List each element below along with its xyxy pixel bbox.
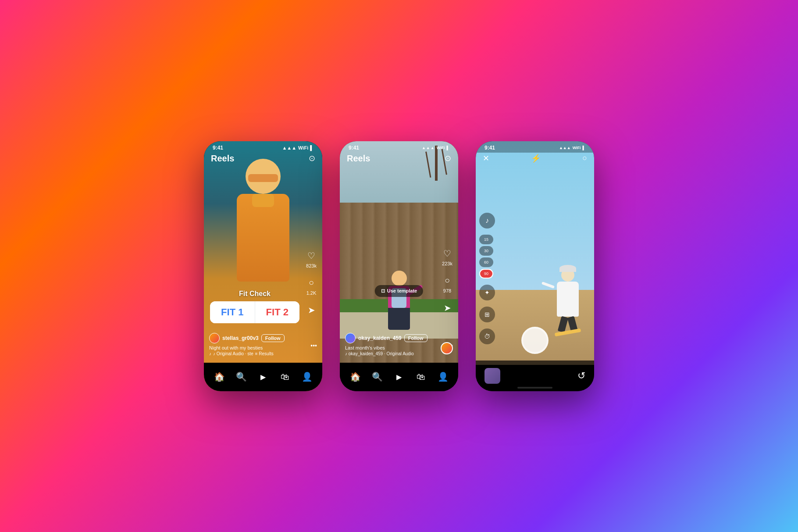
timer-tool[interactable]: ⏱ xyxy=(479,328,495,344)
bottom-nav: 🏠 🔍 ▶ 🛍 👤 xyxy=(340,363,458,391)
follow-button[interactable]: Follow xyxy=(261,334,285,342)
nav-shop[interactable]: 🛍 xyxy=(277,369,293,385)
phone1-person xyxy=(237,159,289,282)
like-button[interactable]: ♡ 223k xyxy=(441,247,454,266)
bottom-camera-bar: ↺ xyxy=(476,361,594,391)
fit-check-overlay: Fit Check FIT 1 FIT 2 xyxy=(210,290,299,323)
user-avatar xyxy=(209,333,220,343)
status-bar: 9:41 ▲▲▲ WiFi ▌ xyxy=(204,141,322,153)
music-icon: ♪ xyxy=(209,351,211,356)
flash-icon[interactable]: ⚡ xyxy=(531,154,541,163)
username: stellas_gr00v3 xyxy=(222,335,259,341)
jumper-head xyxy=(392,271,407,286)
audio-row: ♪ okay_kaiden_459 · Original Audio xyxy=(345,351,436,356)
wifi-icon: WiFi xyxy=(437,146,445,150)
likes-count: 823k xyxy=(306,263,317,268)
camera-icon[interactable]: ⊙ xyxy=(445,154,451,163)
audio-text: ♪ Original Audio · ste xyxy=(213,351,253,356)
duration-30[interactable]: 30 xyxy=(479,246,493,256)
person-head xyxy=(246,159,281,194)
circle-icon[interactable]: ○ xyxy=(582,154,587,163)
comments-count: 1.2K xyxy=(306,290,317,296)
send-icon: ➤ xyxy=(441,301,454,314)
collar xyxy=(252,194,274,207)
nav-reels[interactable]: ▶ xyxy=(391,369,407,385)
wifi-icon: WiFi xyxy=(573,146,581,150)
like-button[interactable]: ♡ 823k xyxy=(305,249,318,268)
gallery-thumbnail[interactable] xyxy=(484,368,500,384)
phone-1: 9:41 ▲▲▲ WiFi ▌ Reels ⊙ ♡ 823k ○ 1.2K ➤ xyxy=(204,141,322,391)
status-icons: ▲▲▲ WiFi ▌ xyxy=(559,146,585,150)
status-icons: ▲▲▲ WiFi ▌ xyxy=(422,146,449,150)
use-template-button[interactable]: ⊡ Use template xyxy=(375,285,423,297)
fit-check-title: Fit Check xyxy=(210,290,299,298)
more-dots[interactable]: ••• xyxy=(310,342,317,349)
right-action-icons: ♡ 823k ○ 1.2K ➤ xyxy=(305,249,318,317)
use-template-label: Use template xyxy=(387,288,417,293)
glasses xyxy=(248,174,278,182)
likes-count: 223k xyxy=(442,261,452,266)
comment-button[interactable]: ○ 1.2K xyxy=(305,276,318,296)
send-icon: ➤ xyxy=(305,303,318,317)
fit1-button[interactable]: FIT 1 xyxy=(210,301,255,323)
person-body xyxy=(237,194,289,282)
nav-search[interactable]: 🔍 xyxy=(233,369,249,385)
nav-reels[interactable]: ▶ xyxy=(255,369,271,385)
audio-text: ♪ okay_kaiden_459 · Original Audio xyxy=(345,351,414,356)
duration-options: 15 30 60 90 xyxy=(479,235,495,278)
nav-home[interactable]: 🏠 xyxy=(347,369,363,385)
camera-icon[interactable]: ⊙ xyxy=(309,154,315,163)
heart-icon: ♡ xyxy=(441,247,454,260)
battery-icon: ▌ xyxy=(447,146,449,150)
share-button[interactable]: ➤ xyxy=(441,301,454,314)
battery-icon: ▌ xyxy=(310,145,314,150)
fit2-button[interactable]: FIT 2 xyxy=(255,301,300,323)
skater-head xyxy=(561,268,574,282)
comments-count: 978 xyxy=(443,288,451,293)
nav-profile[interactable]: 👤 xyxy=(299,369,315,385)
reels-header: Reels ⊙ xyxy=(204,154,322,164)
capture-button[interactable] xyxy=(521,327,549,354)
duration-15[interactable]: 15 xyxy=(479,235,493,244)
nav-search[interactable]: 🔍 xyxy=(369,369,385,385)
music-tool[interactable]: ♪ xyxy=(479,213,495,229)
reels-title: Reels xyxy=(347,154,370,164)
username: okay_kaiden_459 xyxy=(358,335,402,341)
signal-icon: ▲▲▲ xyxy=(282,145,296,150)
comment-icon: ○ xyxy=(441,274,454,287)
signal-icon: ▲▲▲ xyxy=(559,146,571,150)
left-toolbar: ♪ 15 30 60 90 ✦ ⊞ ⏱ xyxy=(479,213,495,344)
follow-button[interactable]: Follow xyxy=(404,334,428,342)
nav-shop[interactable]: 🛍 xyxy=(413,369,429,385)
skater-body xyxy=(550,268,585,334)
user-row: stellas_gr00v3 Follow xyxy=(209,333,300,343)
share-button[interactable]: ➤ xyxy=(305,303,318,317)
hat xyxy=(559,265,576,272)
grid-tool[interactable]: ⊞ xyxy=(479,307,495,322)
duration-90[interactable]: 90 xyxy=(479,269,493,278)
reels-title: Reels xyxy=(211,154,234,164)
pants xyxy=(388,308,410,330)
nav-profile[interactable]: 👤 xyxy=(435,369,451,385)
status-icons: ▲▲▲ WiFi ▌ xyxy=(282,145,314,150)
status-time: 9:41 xyxy=(213,145,223,151)
user-info: stellas_gr00v3 Follow Night out with my … xyxy=(209,333,300,356)
status-bar: 9:41 ▲▲▲ WiFi ▌ xyxy=(476,141,594,153)
phone-3: 9:41 ▲▲▲ WiFi ▌ ✕ ⚡ ○ ♪ 15 30 60 90 xyxy=(476,141,594,391)
phone-2: 9:41 ▲▲▲ WiFi ▌ Reels ⊙ ♡ 223k ○ 978 ➤ xyxy=(340,141,458,391)
user-info: okay_kaiden_459 Follow Last month's vibe… xyxy=(345,333,436,356)
flip-camera-icon[interactable]: ↺ xyxy=(577,370,585,382)
effects-tool[interactable]: ✦ xyxy=(479,285,495,300)
user-avatar xyxy=(345,333,356,343)
skater-torso xyxy=(557,282,579,317)
status-time: 9:41 xyxy=(484,145,495,151)
reels-header: Reels ⊙ xyxy=(340,154,458,164)
audio-text2: ≡ Results xyxy=(255,351,274,356)
bottom-nav: 🏠 🔍 ▶ 🛍 👤 xyxy=(204,363,322,391)
duration-60[interactable]: 60 xyxy=(479,257,493,267)
close-icon[interactable]: ✕ xyxy=(483,154,489,163)
comment-button[interactable]: ○ 978 xyxy=(441,274,454,293)
nav-home[interactable]: 🏠 xyxy=(211,369,227,385)
heart-icon: ♡ xyxy=(305,249,318,262)
audio-row: ♪ ♪ Original Audio · ste ≡ Results xyxy=(209,351,300,356)
